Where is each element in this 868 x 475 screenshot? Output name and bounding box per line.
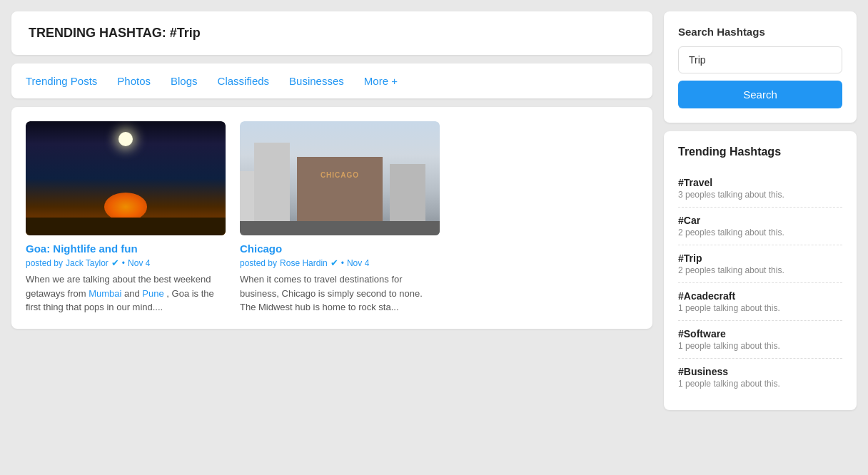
post-excerpt-chicago: When it comes to travel destinations for… (240, 272, 440, 315)
post-excerpt-text2-goa: and (121, 288, 142, 299)
search-input[interactable] (678, 46, 842, 73)
hashtag-name: #Business (678, 366, 842, 377)
tab-businesses[interactable]: Businesses (289, 72, 344, 90)
hashtag-name: #Car (678, 215, 842, 226)
hashtag-title: TRENDING HASHTAG: #Trip (29, 26, 635, 41)
tab-blogs[interactable]: Blogs (171, 72, 198, 90)
sidebar-column: Search Hashtags Search Trending Hashtags… (664, 11, 857, 410)
hashtag-name: #Travel (678, 177, 842, 188)
post-card-chicago[interactable]: Chicago posted by Rose Hardin ✔ • Nov 4 … (240, 121, 440, 315)
tab-photos[interactable]: Photos (117, 72, 151, 90)
trending-hashtags-card: Trending Hashtags #Travel 3 peoples talk… (664, 131, 857, 410)
post-link-mumbai[interactable]: Mumbai (89, 288, 121, 299)
hashtag-item[interactable]: #Car 2 peoples talking about this. (678, 208, 842, 245)
hashtag-list: #Travel 3 peoples talking about this. #C… (678, 170, 842, 396)
search-button[interactable]: Search (678, 81, 842, 108)
moon-decoration (118, 132, 133, 146)
hashtag-item[interactable]: #Acadecraft 1 people talking about this. (678, 283, 842, 321)
post-date-chicago: Nov 4 (347, 258, 369, 268)
post-author-chicago: Rose Hardin (280, 258, 328, 268)
hashtag-item[interactable]: #Business 1 people talking about this. (678, 359, 842, 396)
post-author-label-chicago: posted by (240, 258, 277, 268)
verified-icon-chicago: ✔ (330, 257, 338, 268)
hashtag-item[interactable]: #Travel 3 peoples talking about this. (678, 170, 842, 208)
post-card-goa[interactable]: Goa: Nightlife and fun posted by Jack Ta… (26, 121, 226, 315)
post-author-goa: Jack Taylor (66, 258, 108, 268)
hashtag-name: #Acadecraft (678, 290, 842, 302)
hashtag-count: 1 people talking about this. (678, 303, 842, 313)
post-title-chicago: Chicago (240, 242, 440, 255)
posts-card: Goa: Nightlife and fun posted by Jack Ta… (11, 107, 652, 329)
trending-hashtags-title: Trending Hashtags (678, 145, 842, 158)
hashtag-name: #Software (678, 328, 842, 339)
search-card-title: Search Hashtags (678, 26, 842, 38)
hashtag-count: 1 people talking about this. (678, 379, 842, 389)
hashtag-header-card: TRENDING HASHTAG: #Trip (11, 11, 652, 55)
verified-icon-goa: ✔ (111, 257, 119, 268)
tab-trending-posts[interactable]: Trending Posts (26, 72, 97, 90)
post-date-separator-chicago: • (341, 258, 344, 268)
post-link-pune[interactable]: Pune (142, 288, 163, 299)
tab-classifieds[interactable]: Classifieds (218, 72, 270, 90)
tabs-card: Trending Posts Photos Blogs Classifieds … (11, 63, 652, 98)
hashtag-count: 3 peoples talking about this. (678, 190, 842, 200)
post-excerpt-text-chicago: When it comes to travel destinations for… (240, 274, 423, 312)
hashtag-name: #Trip (678, 252, 842, 264)
post-date-separator-goa: • (122, 258, 125, 268)
post-excerpt-goa: When we are talking about the best weeke… (26, 272, 226, 315)
post-image-chicago (240, 121, 440, 235)
hashtag-count: 2 peoples talking about this. (678, 265, 842, 275)
main-column: TRENDING HASHTAG: #Trip Trending Posts P… (11, 11, 652, 410)
post-meta-chicago: posted by Rose Hardin ✔ • Nov 4 (240, 257, 440, 268)
post-meta-goa: posted by Jack Taylor ✔ • Nov 4 (26, 257, 226, 268)
street (240, 221, 440, 235)
post-author-label-goa: posted by (26, 258, 63, 268)
hashtag-item[interactable]: #Trip 2 peoples talking about this. (678, 245, 842, 283)
post-date-goa: Nov 4 (128, 258, 150, 268)
hashtag-item[interactable]: #Software 1 people talking about this. (678, 321, 842, 359)
post-image-goa (26, 121, 226, 235)
post-title-goa: Goa: Nightlife and fun (26, 242, 226, 255)
posts-grid: Goa: Nightlife and fun posted by Jack Ta… (26, 121, 638, 315)
search-card: Search Hashtags Search (664, 11, 857, 123)
hashtag-count: 1 people talking about this. (678, 341, 842, 351)
hashtag-count: 2 peoples talking about this. (678, 228, 842, 238)
tab-more[interactable]: More + (364, 72, 398, 90)
